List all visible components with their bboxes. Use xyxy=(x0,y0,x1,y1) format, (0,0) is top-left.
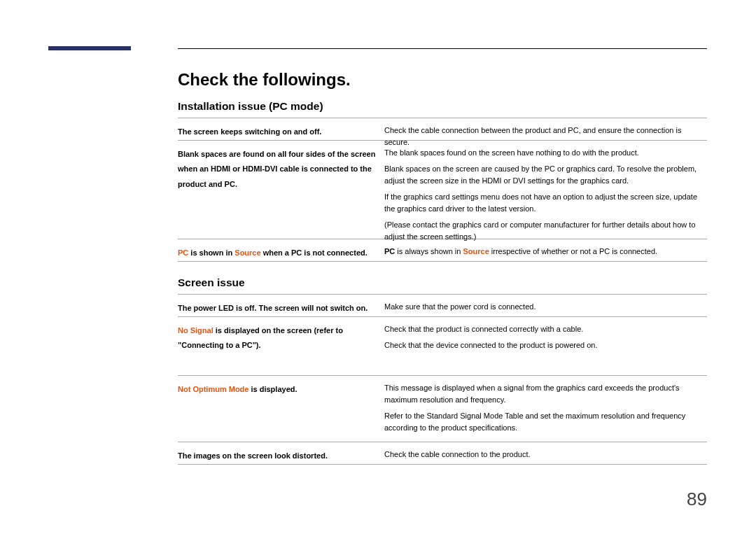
row-rule xyxy=(178,294,707,295)
header-accent-bar xyxy=(48,46,131,50)
row-rule xyxy=(178,442,707,442)
issue-label: PC is shown in Source when a PC is not c… xyxy=(178,246,377,260)
row-rule xyxy=(178,118,707,118)
issue-label: The screen keeps switching on and off. xyxy=(178,125,377,139)
issue-description: PC is always shown in Source irrespectiv… xyxy=(384,246,707,262)
issue-description: The blank spaces found on the screen hav… xyxy=(384,147,707,247)
row-rule xyxy=(178,375,707,376)
issue-label: No Signal is displayed on the screen (re… xyxy=(178,323,377,353)
issue-label: Blank spaces are found on all four sides… xyxy=(178,147,377,192)
page-number: 89 xyxy=(687,489,707,510)
header-rule xyxy=(178,48,707,49)
issue-description: Make sure that the power cord is connect… xyxy=(384,301,707,317)
section1-title: Installation issue (PC mode) xyxy=(178,100,323,113)
page-heading: Check the followings. xyxy=(178,70,351,90)
issue-label: The power LED is off. The screen will no… xyxy=(178,301,377,316)
issue-description: This message is displayed when a signal … xyxy=(384,382,707,438)
issue-label: The images on the screen look distorted. xyxy=(178,449,377,463)
issue-description: Check the cable connection to the produc… xyxy=(384,449,707,465)
section2-title: Screen issue xyxy=(178,276,245,289)
issue-label: Not Optimum Mode is displayed. xyxy=(178,382,377,397)
issue-description: Check that the product is connected corr… xyxy=(384,323,707,356)
